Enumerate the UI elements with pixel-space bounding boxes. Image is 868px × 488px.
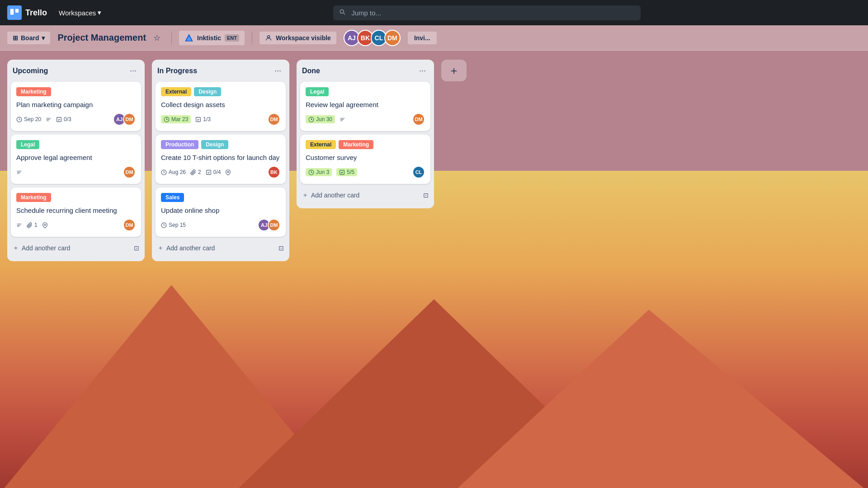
card-avatars: DM: [123, 166, 136, 178]
card-avatars: DM: [268, 113, 280, 126]
svg-rect-1: [15, 9, 19, 13]
board-view-button[interactable]: ⊞ Board ▾: [7, 32, 50, 44]
board-header: ⊞ Board ▾ Project Management ☆ Inktistic…: [0, 25, 868, 51]
list-header-done: Done ···: [300, 65, 430, 78]
inktistic-logo-icon: [184, 33, 193, 42]
label-design: Design: [201, 140, 228, 149]
meta-checklist: 0/3: [56, 116, 71, 122]
label-design: Design: [194, 87, 221, 96]
card-footer: DM: [16, 166, 136, 178]
search-input[interactable]: [333, 5, 641, 20]
svg-rect-11: [17, 172, 21, 172]
workspaces-button[interactable]: Workspaces ▾: [54, 6, 106, 19]
list-title-upcoming: Upcoming: [13, 67, 48, 75]
svg-rect-12: [17, 173, 19, 174]
card-labels: Legal: [306, 87, 425, 96]
add-card-button-inprogress[interactable]: ＋ Add another card ⊡: [156, 240, 286, 256]
svg-rect-10: [17, 171, 22, 171]
label-external: External: [161, 87, 191, 96]
card-tshirt-options[interactable]: Production Design Create 10 T-shirt opti…: [156, 135, 286, 184]
list-inprogress: In Progress ··· External Design Collect …: [152, 60, 289, 261]
label-legal: Legal: [306, 87, 329, 96]
card-avatar: DM: [268, 219, 280, 231]
card-meta: Aug 26 2 0/4: [161, 169, 231, 175]
card-meta: Sep 20 0/3: [16, 116, 71, 122]
svg-rect-24: [340, 118, 345, 118]
meta-description: [16, 222, 22, 228]
card-avatar: BK: [268, 166, 280, 178]
card-meta: Mar 23 1/3: [161, 115, 211, 123]
card-footer: 1 DM: [16, 219, 136, 231]
card-meta: 1: [16, 222, 48, 228]
card-title: Plan marketing campaign: [16, 100, 136, 109]
trello-logo-icon: [7, 5, 22, 20]
add-list-button[interactable]: ＋: [441, 60, 467, 81]
list-header-upcoming: Upcoming ···: [11, 65, 141, 78]
label-sales: Sales: [161, 193, 184, 202]
card-avatars: AJ DM: [258, 219, 280, 231]
chevron-down-icon: ▾: [98, 9, 101, 17]
svg-rect-14: [17, 225, 21, 225]
separator-2: [252, 32, 252, 44]
list-menu-button-upcoming[interactable]: ···: [127, 65, 139, 76]
meta-location: [225, 169, 231, 175]
card-avatars: CL: [412, 166, 425, 178]
card-labels: External Marketing: [306, 140, 425, 149]
meta-attachment: 1: [27, 222, 38, 228]
separator: [171, 32, 172, 44]
card-schedule-meeting[interactable]: Marketing Schedule recurring client meet…: [11, 188, 141, 237]
list-header-inprogress: In Progress ···: [156, 65, 286, 78]
card-title: Approve legal agreement: [16, 153, 136, 162]
member-avatars: AJ BK CL DM: [344, 30, 401, 46]
workspace-name: Inktistic: [197, 34, 221, 42]
star-button[interactable]: ☆: [150, 31, 164, 45]
card-meta: Sep 15: [161, 222, 186, 228]
svg-rect-25: [340, 119, 344, 119]
card-customer-survey[interactable]: External Marketing Customer survey Jun 3…: [300, 135, 430, 184]
meta-date-green: Jun 30: [306, 115, 335, 123]
ent-badge: ENT: [225, 34, 239, 42]
workspace-button[interactable]: Inktistic ENT: [179, 31, 245, 45]
meta-checklist-green: 5/5: [336, 168, 357, 176]
list-upcoming: Upcoming ··· Marketing Plan marketing ca…: [7, 60, 145, 261]
card-review-legal[interactable]: Legal Review legal agreement Jun 30 DM: [300, 82, 430, 131]
card-approve-legal[interactable]: Legal Approve legal agreement DM: [11, 135, 141, 184]
add-card-button-upcoming[interactable]: ＋ Add another card ⊡: [11, 240, 141, 256]
search-bar: [333, 5, 641, 20]
card-avatar: CL: [412, 166, 425, 178]
card-footer: Jun 30 DM: [306, 113, 425, 126]
board-view-label: Board: [21, 34, 39, 42]
meta-description: [16, 169, 22, 175]
card-update-shop[interactable]: Sales Update online shop Sep 15 AJ DM: [156, 188, 286, 237]
invite-button[interactable]: Invi...: [408, 32, 437, 44]
add-card-label: Add another card: [311, 192, 359, 199]
card-title: Customer survey: [306, 153, 425, 162]
workspaces-label: Workspaces: [59, 9, 96, 17]
label-external: External: [306, 140, 336, 149]
card-title: Review legal agreement: [306, 100, 425, 109]
svg-rect-0: [10, 9, 14, 15]
card-title: Update online shop: [161, 206, 280, 215]
svg-rect-26: [340, 120, 343, 121]
card-avatar: DM: [123, 219, 136, 231]
card-footer: Mar 23 1/3 DM: [161, 113, 280, 126]
card-footer: Sep 20 0/3 AJ DM: [16, 113, 136, 126]
svg-rect-9: [57, 117, 61, 122]
card-collect-design[interactable]: External Design Collect design assets Ma…: [156, 82, 286, 131]
chevron-down-icon: ▾: [42, 34, 45, 42]
add-card-button-done[interactable]: ＋ Add another card ⊡: [300, 188, 430, 203]
board-view-icon: ⊞: [13, 34, 18, 42]
meta-date-green: Jun 3: [306, 168, 332, 176]
meta-checklist: 1/3: [195, 116, 211, 122]
card-plan-marketing[interactable]: Marketing Plan marketing campaign Sep 20…: [11, 82, 141, 131]
card-labels: Legal: [16, 140, 136, 149]
label-legal: Legal: [16, 140, 39, 149]
card-labels: Marketing: [16, 87, 136, 96]
meta-attachment: 2: [190, 169, 201, 175]
avatar[interactable]: DM: [384, 30, 401, 46]
list-menu-button-inprogress[interactable]: ···: [272, 65, 284, 76]
meta-description: [46, 117, 52, 122]
workspace-visible-button[interactable]: Workspace visible: [259, 32, 336, 44]
card-labels: Sales: [161, 193, 280, 202]
list-menu-button-done[interactable]: ···: [416, 65, 429, 76]
